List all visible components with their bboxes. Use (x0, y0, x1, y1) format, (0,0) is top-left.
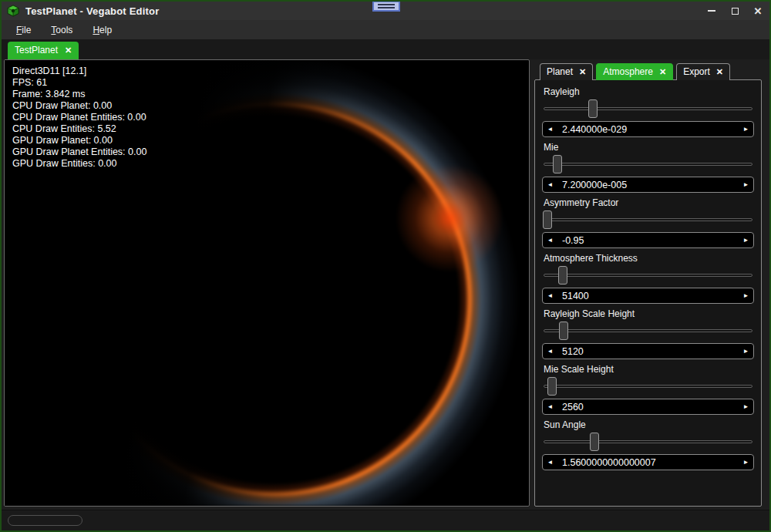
planet-viewport[interactable]: Direct3D11 [12.1]FPS: 61Frame: 3.842 msC… (4, 59, 530, 507)
slider-sun-angle[interactable] (544, 433, 752, 451)
inspector-panel: Planet✕Atmosphere✕Export✕ Rayleigh◄2.440… (534, 59, 762, 507)
progress-bar-empty (8, 515, 82, 526)
menu-bar: FileToolsHelp (2, 20, 769, 39)
slider-handle[interactable] (558, 266, 567, 285)
tab-close-icon[interactable]: ✕ (579, 67, 586, 77)
spinner-value-mie[interactable]: 7.200000e-005 (557, 177, 739, 192)
param-label-mie-scale-height: Mie Scale Height (544, 364, 754, 375)
stat-line: CPU Draw Entities: 5.52 (12, 123, 146, 135)
inspector-tab-atmosphere[interactable]: Atmosphere✕ (596, 63, 673, 80)
spinner-decrement-icon[interactable]: ◄ (543, 288, 557, 303)
spinner-increment-icon[interactable]: ► (739, 122, 753, 136)
main-area: Direct3D11 [12.1]FPS: 61Frame: 3.842 msC… (2, 59, 769, 510)
slider-atmosphere-thickness[interactable] (544, 266, 752, 285)
slider-handle[interactable] (588, 99, 598, 118)
inspector-tab-label: Export (683, 66, 710, 77)
spinner-increment-icon[interactable]: ► (739, 288, 753, 303)
spinner-value-asymmetry-factor[interactable]: -0.95 (557, 233, 739, 247)
dock-hint-overlay (372, 2, 400, 12)
spinner-value-mie-scale-height[interactable]: 2560 (557, 399, 739, 414)
stat-line: GPU Draw Entities: 0.00 (12, 158, 146, 170)
status-bar (2, 510, 769, 530)
slider-handle[interactable] (547, 377, 557, 396)
menu-item-help[interactable]: Help (85, 22, 120, 39)
spinner-increment-icon[interactable]: ► (739, 233, 753, 247)
window-title: TestPlanet - Vegabot Editor (25, 5, 159, 17)
slider-track[interactable] (544, 218, 752, 221)
param-label-asymmetry-factor: Asymmetry Factor (544, 197, 754, 209)
close-button[interactable]: ✕ (746, 2, 769, 20)
stat-line: GPU Draw Planet: 0.00 (12, 135, 146, 146)
debug-stats-overlay: Direct3D11 [12.1]FPS: 61Frame: 3.842 msC… (12, 66, 146, 170)
slider-track[interactable] (544, 274, 752, 277)
inspector-tab-label: Planet (547, 66, 573, 77)
spinner-decrement-icon[interactable]: ◄ (543, 233, 557, 247)
inspector-tab-strip: Planet✕Atmosphere✕Export✕ (534, 59, 762, 80)
param-label-rayleigh-scale-height: Rayleigh Scale Height (544, 308, 754, 320)
slider-track[interactable] (544, 107, 752, 110)
tab-testplanet[interactable]: TestPlanet ✕ (8, 42, 79, 59)
spinner-asymmetry-factor: ◄-0.95► (542, 232, 754, 248)
spinner-increment-icon[interactable]: ► (739, 177, 753, 192)
stat-line: GPU Draw Planet Entities: 0.00 (12, 146, 146, 158)
spinner-atmosphere-thickness: ◄51400► (542, 288, 754, 304)
menu-item-tools[interactable]: Tools (43, 22, 80, 39)
spinner-sun-angle: ◄1.5600000000000007► (542, 454, 754, 470)
slider-handle[interactable] (559, 322, 568, 340)
maximize-button[interactable] (723, 2, 746, 20)
spinner-value-rayleigh[interactable]: 2.440000e-029 (557, 122, 739, 136)
tab-close-icon[interactable]: ✕ (659, 67, 666, 77)
tab-close-icon[interactable]: ✕ (716, 67, 723, 77)
spinner-decrement-icon[interactable]: ◄ (543, 455, 557, 470)
spinner-value-sun-angle[interactable]: 1.5600000000000007 (557, 455, 739, 470)
spinner-mie: ◄7.200000e-005► (542, 177, 754, 193)
slider-track[interactable] (544, 329, 752, 332)
inspector-tab-export[interactable]: Export✕ (676, 63, 730, 80)
app-logo-icon (7, 5, 19, 17)
param-label-rayleigh: Rayleigh (544, 86, 754, 98)
minimize-button[interactable] (700, 2, 723, 20)
stat-line: FPS: 61 (12, 77, 146, 89)
spinner-increment-icon[interactable]: ► (739, 455, 753, 470)
slider-mie[interactable] (544, 155, 752, 173)
spinner-rayleigh: ◄2.440000e-029► (542, 121, 754, 137)
param-label-sun-angle: Sun Angle (544, 419, 754, 431)
document-tab-strip: TestPlanet ✕ (2, 39, 769, 59)
slider-mie-scale-height[interactable] (544, 377, 752, 396)
stat-line: CPU Draw Planet: 0.00 (12, 100, 146, 112)
spinner-decrement-icon[interactable]: ◄ (543, 399, 557, 414)
spinner-increment-icon[interactable]: ► (739, 344, 753, 359)
spinner-mie-scale-height: ◄2560► (542, 399, 754, 415)
tab-close-icon[interactable]: ✕ (65, 45, 72, 56)
inspector-tab-planet[interactable]: Planet✕ (540, 63, 593, 80)
slider-track[interactable] (544, 163, 752, 166)
spinner-decrement-icon[interactable]: ◄ (543, 344, 557, 359)
param-label-atmosphere-thickness: Atmosphere Thickness (544, 253, 754, 264)
slider-handle[interactable] (553, 155, 562, 173)
spinner-value-atmosphere-thickness[interactable]: 51400 (557, 288, 739, 303)
spinner-decrement-icon[interactable]: ◄ (543, 177, 557, 192)
slider-rayleigh-scale-height[interactable] (544, 322, 752, 340)
slider-track[interactable] (544, 385, 752, 388)
slider-asymmetry-factor[interactable] (544, 210, 752, 229)
window-controls: ✕ (700, 2, 769, 20)
inspector-content: Rayleigh◄2.440000e-029►Mie◄7.200000e-005… (534, 79, 762, 507)
app-window: TestPlanet - Vegabot Editor ✕ FileToolsH… (0, 0, 771, 532)
stat-line: Direct3D11 [12.1] (12, 66, 146, 77)
stat-line: CPU Draw Planet Entities: 0.00 (12, 112, 146, 123)
spinner-value-rayleigh-scale-height[interactable]: 5120 (557, 344, 739, 359)
tab-label: TestPlanet (15, 45, 58, 56)
spinner-rayleigh-scale-height: ◄5120► (542, 343, 754, 359)
slider-handle[interactable] (543, 210, 552, 229)
menu-item-file[interactable]: File (8, 22, 39, 39)
slider-track[interactable] (544, 440, 752, 443)
spinner-increment-icon[interactable]: ► (739, 399, 753, 414)
slider-rayleigh[interactable] (544, 99, 752, 118)
slider-handle[interactable] (590, 433, 599, 451)
stat-line: Frame: 3.842 ms (12, 89, 146, 100)
spinner-decrement-icon[interactable]: ◄ (543, 122, 557, 136)
param-label-mie: Mie (544, 142, 754, 153)
inspector-tab-label: Atmosphere (603, 66, 653, 77)
